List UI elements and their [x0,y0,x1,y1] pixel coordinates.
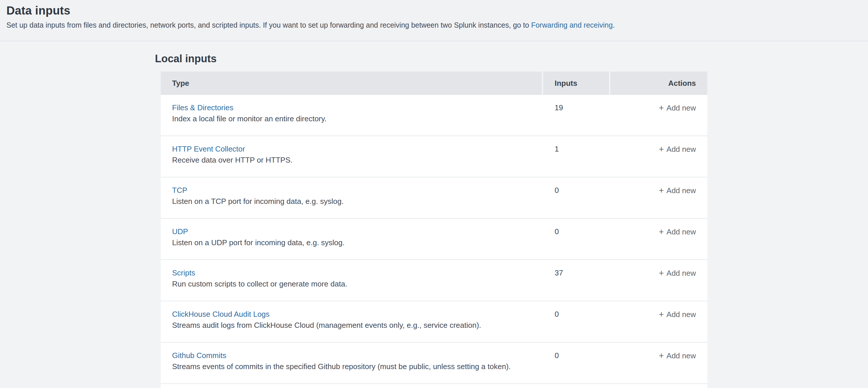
input-type-link[interactable]: HTTP Event Collector [172,144,245,154]
column-header-type: Type [161,71,542,95]
add-new-label: Add new [666,351,696,360]
table-row: HTTP Event Collector Receive data over H… [161,136,707,177]
type-cell: ClickHouse Cloud Audit Logs Streams audi… [161,309,543,342]
inputs-count-cell: 0 [543,309,611,342]
input-type-description: Streams audit logs from ClickHouse Cloud… [172,320,543,330]
plus-icon: + [659,309,664,319]
plus-icon: + [659,144,664,154]
inputs-count-cell: 1 [543,144,611,177]
table-row: ClickHouse Cloud Audit Logs Streams audi… [161,301,707,342]
table-row-partial [161,384,707,388]
actions-cell: +Add new [611,226,707,260]
input-type-link[interactable]: ClickHouse Cloud Audit Logs [172,309,270,319]
add-new-label: Add new [666,186,696,195]
type-cell: Github Commits Streams events of commits… [161,350,543,383]
add-new-label: Add new [666,145,696,154]
input-type-link[interactable]: Scripts [172,268,195,278]
input-type-link[interactable]: Github Commits [172,350,226,361]
add-new-button[interactable]: +Add new [659,269,696,277]
add-new-button[interactable]: +Add new [659,145,696,154]
input-type-description: Streams events of commits in the specifi… [172,361,543,372]
table-body: Files & Directories Index a local file o… [161,95,707,384]
page-description-text: Set up data inputs from files and direct… [6,21,531,29]
inputs-count-cell: 0 [543,185,611,218]
plus-icon: + [659,351,664,360]
type-cell: UDP Listen on a UDP port for incoming da… [161,226,543,260]
table-row: TCP Listen on a TCP port for incoming da… [161,177,707,219]
actions-cell: +Add new [611,185,707,218]
actions-cell: +Add new [611,144,707,177]
plus-icon: + [659,268,664,278]
type-cell: HTTP Event Collector Receive data over H… [161,144,543,177]
table-row: Files & Directories Index a local file o… [161,95,707,136]
actions-cell: +Add new [611,350,707,383]
actions-cell: +Add new [611,268,707,301]
add-new-button[interactable]: +Add new [659,103,696,112]
forwarding-and-receiving-link[interactable]: Forwarding and receiving [531,21,613,29]
table-row: Scripts Run custom scripts to collect or… [161,260,707,301]
local-inputs-table: Type Inputs Actions Files & Directories … [161,71,707,388]
actions-cell: +Add new [611,309,707,342]
input-type-description: Receive data over HTTP or HTTPS. [172,155,543,165]
input-type-link[interactable]: Files & Directories [172,102,234,113]
inputs-count-cell: 37 [543,268,611,301]
input-type-description: Index a local file or monitor an entire … [172,113,543,124]
type-cell: Scripts Run custom scripts to collect or… [161,268,543,301]
page-header-banner: Data inputs Set up data inputs from file… [0,0,868,41]
column-header-inputs: Inputs [543,71,609,95]
add-new-label: Add new [666,228,696,236]
add-new-button[interactable]: +Add new [659,228,696,236]
add-new-button[interactable]: +Add new [659,186,696,195]
add-new-label: Add new [666,310,696,319]
add-new-button[interactable]: +Add new [659,310,696,319]
page-title: Data inputs [6,3,868,18]
table-header-row: Type Inputs Actions [161,71,707,95]
plus-icon: + [659,103,664,113]
input-type-description: Run custom scripts to collect or generat… [172,279,543,289]
page-description-period: . [613,21,615,29]
local-inputs-heading: Local inputs [155,52,217,65]
inputs-count-cell: 19 [543,102,611,136]
plus-icon: + [659,227,664,236]
type-cell: Files & Directories Index a local file o… [161,102,543,136]
type-cell: TCP Listen on a TCP port for incoming da… [161,185,543,218]
add-new-button[interactable]: +Add new [659,351,696,360]
plus-icon: + [659,185,664,195]
column-header-actions: Actions [611,71,707,95]
table-row: UDP Listen on a UDP port for incoming da… [161,219,707,260]
inputs-count-cell: 0 [543,226,611,260]
table-row: Github Commits Streams events of commits… [161,342,707,384]
actions-cell: +Add new [611,102,707,136]
input-type-link[interactable]: UDP [172,226,188,237]
input-type-link[interactable]: TCP [172,185,187,196]
add-new-label: Add new [666,103,696,112]
input-type-description: Listen on a TCP port for incoming data, … [172,196,543,207]
data-inputs-page: Data inputs Set up data inputs from file… [0,0,868,388]
input-type-description: Listen on a UDP port for incoming data, … [172,237,543,248]
inputs-count-cell: 0 [543,350,611,383]
page-description: Set up data inputs from files and direct… [6,20,868,30]
add-new-label: Add new [666,269,696,277]
